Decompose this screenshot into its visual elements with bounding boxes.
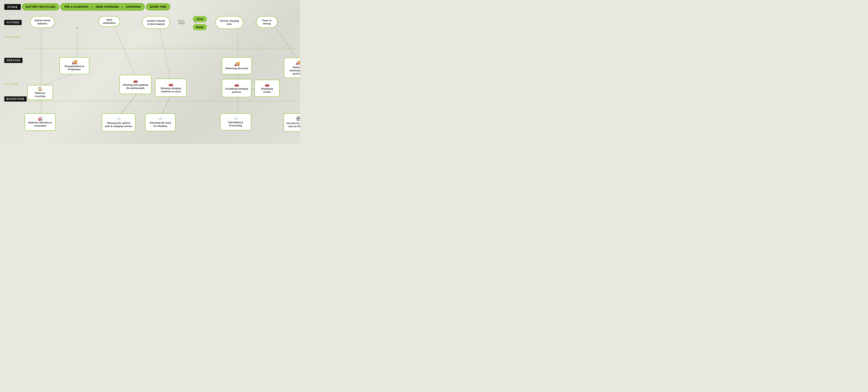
car-icon-2: 🚗 — [133, 78, 138, 83]
confirm-scheme-node: Confirm scheme & drive towards — [142, 16, 170, 29]
diagram-area: Submit retired batteries Input destinati… — [23, 14, 296, 141]
stage-label: STAGE — [4, 4, 21, 10]
planning-optimal-node: ☁️ Planning the optimal path & charging … — [102, 113, 135, 132]
logo-icon: ⊕ — [296, 116, 300, 121]
car-icon-1: 🏠 — [38, 86, 42, 92]
plug-in-charger-label: Plug incharger — [178, 20, 185, 25]
keep-driving-node: Keep on driving — [256, 16, 278, 28]
detecting-need-node: ☁️ Detecting the need for charging — [145, 113, 176, 131]
reorg-production-node: 🚚 Reorganization & Production — [59, 57, 89, 74]
backstage-label: BACKSTAGE — [4, 96, 27, 101]
submit-batteries-node: Submit retired batteries — [30, 16, 55, 28]
stage-battery-recycling: BATTERY RECYCLING — [22, 3, 59, 10]
generator-sets-node: ⊕ Use this as generator sets for FM tuni… — [283, 113, 300, 132]
visualizing-node: 🚗 Visualizing charging process — [222, 79, 251, 97]
truck-icon-3: 🚚 — [296, 59, 300, 66]
batteries-recycling-node: 🏠 Batteries recycling — [27, 85, 53, 100]
svg-line-30 — [275, 28, 296, 59]
showing-updating-node: 🚗 Showing and updating the optimal path — [119, 75, 152, 94]
delivering-electricity-node: 🚚 Delivering electricity — [222, 57, 252, 74]
delivering-grid-node: 🚚 Delivering electricity to the grid (V2… — [284, 58, 300, 78]
cloud-icon-2: ☁️ — [158, 116, 163, 121]
choose-charging-node: Choose charging time — [215, 16, 243, 29]
car-icon-4: 🚗 — [234, 82, 239, 87]
svg-line-17 — [161, 97, 170, 115]
svg-line-10 — [115, 28, 136, 76]
svg-line-12 — [120, 95, 136, 115]
stage-spare-time: SPARE TIME — [146, 3, 170, 10]
truck-icon-2: 🚚 — [234, 61, 240, 67]
input-destination-node: Input destination — [99, 16, 120, 27]
stage-bar: STAGE BATTERY RECYCLING PRE & IN DRIVING… — [4, 3, 296, 10]
mobile-node: Mobile — [193, 24, 207, 30]
truck-icon-1: 🚚 — [71, 60, 78, 65]
batteries-detection-node: 🏭 Batteries detection & restoration — [25, 113, 56, 131]
building-icon: 🏭 — [38, 116, 43, 121]
line-visibility-label: Line of visibility — [4, 83, 19, 85]
line-interaction-label: Line of interaction — [4, 36, 21, 38]
svg-line-15 — [160, 28, 170, 80]
stage-pre-driving: PRE & IN DRIVING | NEED CHARGING | CHARG… — [60, 3, 145, 10]
svg-line-14 — [120, 95, 136, 115]
fixed-node: Fixed — [193, 16, 207, 22]
calculating-node: ☁️ Calculating & Processing — [220, 113, 251, 130]
showing-charging-node: 🚗 Showing charging schemes to users — [155, 78, 187, 97]
car-icon-3: 🚗 — [168, 81, 173, 87]
cloud-icon-1: ☁️ — [116, 116, 121, 122]
svg-marker-9 — [76, 27, 78, 28]
onstage-label: ONSTAGE — [4, 58, 23, 63]
car-icon-5: 🚗 — [265, 82, 270, 87]
svg-line-19 — [161, 97, 170, 115]
actions-label: ACTIONS — [4, 20, 22, 25]
displaying-results-node: 🚗 Displaying results — [254, 80, 280, 97]
svg-line-6 — [41, 74, 72, 86]
cloud-icon-3: ☁️ — [234, 116, 238, 121]
